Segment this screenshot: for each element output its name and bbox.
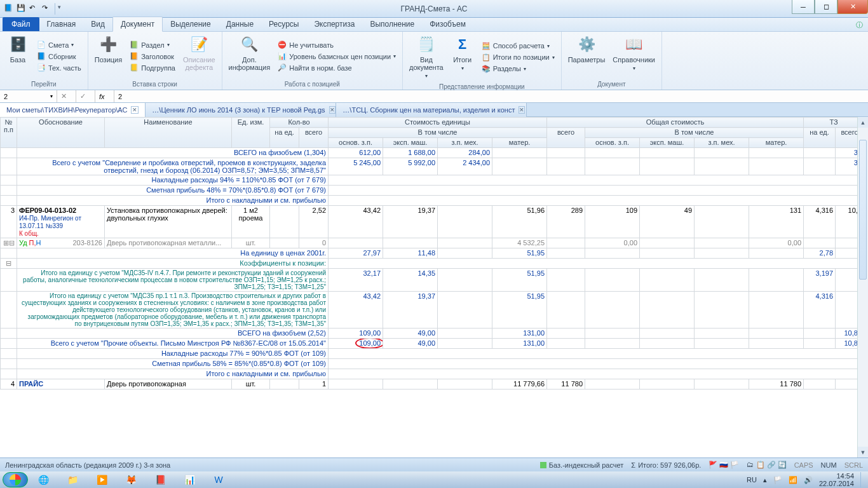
- doc-tab-0[interactable]: Мои сметы\ТИХВИН\Рекуператор\АС✕: [0, 103, 146, 117]
- table-row[interactable]: Накладные расходы 77% = 90%*0.85 ФОТ (от…: [1, 349, 864, 359]
- th-mat2[interactable]: матер.: [749, 138, 804, 148]
- naiti-button[interactable]: 🔎Найти в норм. базе: [275, 63, 398, 72]
- th-tna[interactable]: на ед.: [804, 128, 836, 148]
- formula-input[interactable]: 2: [114, 93, 868, 100]
- itogipoz-button[interactable]: 📋Итоги по позиции ▾: [479, 53, 557, 62]
- neuchityvat-button[interactable]: ⛔Не учитывать: [275, 40, 398, 50]
- close-tab-icon[interactable]: ✕: [329, 106, 336, 114]
- dopinfo-button[interactable]: 🔍Доп. информация: [226, 33, 273, 79]
- scroll-thumb[interactable]: [859, 140, 867, 280]
- cell-ref[interactable]: 2 ▾: [0, 90, 57, 102]
- maximize-button[interactable]: ◻: [815, 0, 837, 14]
- scroll-up-icon[interactable]: ▲: [858, 117, 868, 128]
- tab-vid[interactable]: Вид: [83, 17, 112, 31]
- table-row[interactable]: Итого с накладными и см. прибылью: [1, 196, 864, 206]
- th-zpm1[interactable]: з.п. мех.: [438, 138, 492, 148]
- tab-fizobem[interactable]: Физобъем: [422, 17, 473, 31]
- tree-toggle[interactable]: ⊞⊟: [1, 238, 17, 248]
- techchast-button[interactable]: 📑Тех. часть: [34, 63, 84, 72]
- table-row[interactable]: Накладные расходы 94% = 110%*0.85 ФОТ (о…: [1, 175, 864, 186]
- table-row[interactable]: Сметная прибыль 48% = 70%*(0.85*0.8) ФОТ…: [1, 186, 864, 196]
- task-word[interactable]: W: [205, 473, 233, 487]
- tray-volume-icon[interactable]: 🔊: [804, 476, 813, 484]
- th-ed[interactable]: Ед. изм.: [232, 118, 270, 148]
- smeta-button[interactable]: 📄Смета ▾: [34, 40, 84, 50]
- table-row[interactable]: Всего с учетом "Сверление и пробивка отв…: [1, 158, 864, 175]
- tree-toggle[interactable]: ⊟: [1, 259, 17, 269]
- close-tab-icon[interactable]: ✕: [131, 106, 139, 114]
- table-row[interactable]: ВСЕГО на физобъем (2,52)109,0049,00131,0…: [1, 329, 864, 339]
- tab-resursy[interactable]: Ресурсы: [261, 17, 306, 31]
- vertical-scrollbar[interactable]: ▲ ▼: [857, 117, 868, 458]
- scroll-down-icon[interactable]: ▼: [858, 447, 868, 458]
- zagolovok-button[interactable]: 📙Заголовок: [127, 51, 178, 61]
- status-icons[interactable]: 🗂 📋 🔗 🔄: [747, 461, 786, 469]
- cancel-formula[interactable]: ✕: [57, 90, 76, 102]
- th-vsego2[interactable]: всего: [547, 128, 585, 148]
- doc-tab-2[interactable]: …\ТСЦ. Сборник цен на материалы, изделия…: [336, 103, 527, 117]
- start-button[interactable]: [3, 472, 28, 487]
- th-vtcn1[interactable]: В том числе: [329, 128, 547, 138]
- save-icon[interactable]: 💾: [17, 4, 27, 14]
- base-button[interactable]: 🗄️База: [4, 33, 32, 79]
- close-tab-icon[interactable]: ✕: [519, 106, 525, 114]
- accept-formula[interactable]: ✓: [76, 90, 95, 102]
- poziciya-button[interactable]: ➕Позиция: [92, 33, 125, 79]
- table-row[interactable]: Итого с накладными и см. прибылью: [1, 369, 864, 379]
- th-osn2[interactable]: основ. з.п.: [585, 138, 640, 148]
- th-stoimed[interactable]: Стоимость единицы: [329, 118, 547, 128]
- razdely-button[interactable]: 📚Разделы ▾: [479, 64, 557, 74]
- help-icon[interactable]: ⓘ: [856, 20, 863, 30]
- parametry-button[interactable]: ⚙️Параметры: [566, 33, 608, 79]
- sbornik-button[interactable]: 📘Сборник: [34, 51, 84, 61]
- th-obosn[interactable]: Обоснование: [17, 118, 105, 148]
- task-ie[interactable]: 🌐: [29, 473, 57, 487]
- spravochniki-button[interactable]: 📖Справочники▾: [610, 33, 658, 79]
- itogi-button[interactable]: ΣИтоги▾: [449, 33, 477, 82]
- doc-tab-1[interactable]: …\Ценник ЛО июнь 2014 (3 зона) к ТЕР нов…: [146, 103, 336, 117]
- tray-lang[interactable]: RU: [747, 476, 757, 484]
- tab-ekspertiza[interactable]: Экспертиза: [306, 17, 362, 31]
- th-num[interactable]: № п.п: [1, 118, 17, 148]
- table-row[interactable]: 4ПРАЙСДверь противопожарнаяшт.1 11 779,6…: [1, 379, 864, 390]
- th-eksp1[interactable]: эксп. маш.: [383, 138, 438, 148]
- minimize-button[interactable]: ─: [792, 0, 815, 14]
- uroven-button[interactable]: 📊Уровень базисных цен позиции ▾: [275, 51, 398, 61]
- th-kolvo[interactable]: Кол-во: [270, 118, 329, 128]
- sposob-button[interactable]: 🧮Способ расчета ▾: [479, 41, 557, 51]
- task-adobe[interactable]: 📕: [146, 473, 174, 487]
- viddoc-button[interactable]: 🗒️Вид документа▾: [407, 33, 446, 82]
- file-tab[interactable]: Файл: [3, 17, 39, 31]
- tray-show-hidden-icon[interactable]: ▴: [763, 476, 767, 484]
- tray-network-icon[interactable]: 📶: [789, 476, 797, 484]
- table-row[interactable]: Сметная прибыль 58% = 85%*(0.85*0.8) ФОТ…: [1, 359, 864, 369]
- redo-icon[interactable]: ↷: [42, 4, 52, 14]
- fx-button[interactable]: fx: [95, 90, 114, 102]
- table-row[interactable]: ВСЕГО на физобъем (1,304)612,001 688,002…: [1, 148, 864, 158]
- task-explorer[interactable]: 📁: [58, 473, 86, 487]
- qat-dropdown-icon[interactable]: ▾: [58, 4, 68, 14]
- podgruppa-button[interactable]: 📒Подгруппа: [127, 63, 178, 72]
- task-firefox[interactable]: 🦊: [117, 473, 145, 487]
- th-vsego1[interactable]: всего: [299, 128, 329, 148]
- table-row[interactable]: ⊞⊟ Уд П,Н 203-8126 Дверь противопожарная…: [1, 238, 864, 248]
- th-naed[interactable]: на ед.: [270, 128, 299, 148]
- status-flags[interactable]: 🚩 🇷🇺 🏳️: [709, 461, 739, 469]
- undo-icon[interactable]: ↶: [29, 4, 39, 14]
- table-row[interactable]: На единицу в ценах 2001г.27,9711,4851,95…: [1, 248, 864, 259]
- tab-vydelenie[interactable]: Выделение: [163, 17, 219, 31]
- table-row[interactable]: ⊟Коэффициенты к позиции:: [1, 259, 864, 269]
- th-osn1[interactable]: основ. з.п.: [329, 138, 383, 148]
- show-desktop-button[interactable]: [860, 472, 865, 487]
- status-baz[interactable]: Баз.-индексный расчет: [540, 461, 623, 469]
- tab-dannye[interactable]: Данные: [219, 17, 261, 31]
- estimate-table[interactable]: № п.п Обоснование Наименование Ед. изм. …: [0, 117, 864, 390]
- close-button[interactable]: ✕: [837, 0, 868, 14]
- th-tz[interactable]: ТЗ: [804, 118, 864, 128]
- razdel-button[interactable]: 📗Раздел ▾: [127, 40, 178, 50]
- tray-flag-icon[interactable]: 🏳️: [773, 476, 782, 484]
- tab-vypolnenie[interactable]: Выполнение: [362, 17, 422, 31]
- tab-dokument[interactable]: Документ: [112, 17, 163, 32]
- table-row[interactable]: Всего с учетом "Прочие объекты. Письмо М…: [1, 339, 864, 349]
- th-eksp2[interactable]: эксп. маш.: [640, 138, 695, 148]
